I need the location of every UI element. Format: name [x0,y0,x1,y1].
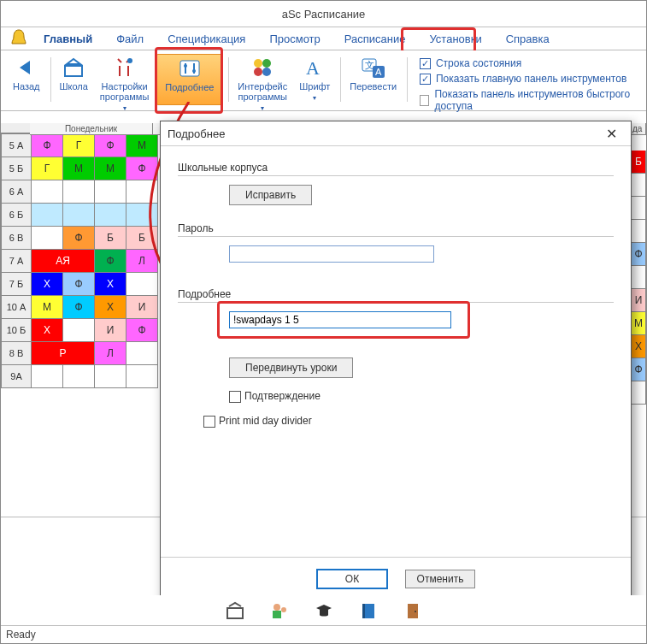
grid-cell[interactable] [63,180,95,204]
ok-button[interactable]: ОК [316,569,388,589]
font-button[interactable]: A Шрифт▾ [294,54,335,105]
grid-cell[interactable] [631,266,646,289]
book-icon[interactable] [359,601,378,620]
grid-cell[interactable]: Х [631,335,646,358]
corner-cell [1,123,31,133]
school-button[interactable]: Школа [54,54,92,105]
grid-cell[interactable]: М [63,157,95,180]
grid-table[interactable]: 5 АФГФМ5 БГММФ6 А6 Б6 ВФББ7 ААЯФЛ7 БХФХ1… [1,133,158,388]
menu-item-файл[interactable]: Файл [104,29,156,49]
svg-point-6 [254,59,262,68]
back-button[interactable]: Назад [8,54,45,105]
password-input[interactable] [229,245,434,263]
grid-cell[interactable] [126,365,158,388]
menu-item-установки[interactable]: Установки [417,29,493,49]
grid-cell[interactable] [631,197,646,220]
menu-item-справка[interactable]: Справка [494,29,562,49]
grid-cell[interactable] [126,204,158,227]
svg-text:A: A [375,67,382,77]
grid-cell[interactable]: Р [32,342,95,365]
grid-cell[interactable]: Ф [631,358,646,381]
shift-lessons-button[interactable]: Передвинуть уроки [229,357,353,378]
main-toolbar-checkbox[interactable]: ✓Показать главную панель инструментов [420,73,639,85]
grid-cell[interactable]: Х [32,273,63,296]
grid-cell[interactable]: М [631,312,646,335]
teacher-icon[interactable] [270,601,289,620]
grid-cell[interactable]: Б [95,227,126,250]
grid-cell[interactable]: М [95,157,126,180]
row-label: 10 Б [2,319,32,342]
grid-cell[interactable]: М [126,134,158,157]
grid-cell[interactable] [95,204,126,227]
grid-cell[interactable] [126,342,158,365]
grid-cell[interactable]: Ф [32,134,63,157]
grid-cell[interactable]: Г [32,157,63,180]
print-mid-day-checkbox[interactable]: Print mid day divider [203,415,312,427]
grid-cell[interactable] [63,204,95,227]
interface-button[interactable]: Интерфейспрограммы ▾ [232,54,292,105]
grid-cell[interactable] [126,273,158,296]
grid-cell[interactable]: Б [126,227,158,250]
grid-cell[interactable]: Ф [95,134,126,157]
grid-cell[interactable] [63,319,95,342]
svg-point-15 [274,604,280,611]
status-text: Ready [6,629,36,641]
grid-cell[interactable]: Г [63,134,95,157]
menu-item-спецификация[interactable]: Спецификация [156,29,257,49]
more-button[interactable]: Подробнее [156,54,223,105]
grid-cell[interactable] [32,180,63,204]
dialog-title: Подробнее [168,127,225,140]
grid-cell[interactable]: Ф [63,273,95,296]
grid-cell[interactable] [63,365,95,388]
grid-cell[interactable]: АЯ [32,250,95,273]
menu-item-просмотр[interactable]: Просмотр [257,29,332,49]
grid-cell[interactable] [32,365,63,388]
grid-cell[interactable]: Б [631,151,646,174]
grid-cell[interactable]: Л [126,250,158,273]
dialog-close-button[interactable]: ✕ [599,124,624,144]
status-line-checkbox[interactable]: ✓Строка состояния [420,57,639,69]
grid-cell[interactable] [95,180,126,204]
menu-item-расписание[interactable]: Расписание [332,29,418,49]
grid-cell[interactable]: И [126,296,158,319]
grid-cell[interactable]: И [631,289,646,312]
quick-toolbar-checkbox[interactable]: Показать панель инструментов быстрого до… [420,88,639,112]
confirmation-checkbox[interactable]: Подтверждение [229,390,321,402]
grid-cell[interactable]: Ф [631,243,646,266]
svg-point-7 [262,59,271,68]
fix-button[interactable]: Исправить [229,185,312,205]
circles-icon [250,56,274,80]
svg-point-21 [415,611,416,612]
cancel-button[interactable]: Отменить [405,570,475,588]
grid-cell[interactable]: Ф [126,157,158,180]
grid-cell[interactable] [32,204,63,227]
row-label: 7 А [2,250,32,273]
grid-cell[interactable]: Х [95,296,126,319]
grid-cell[interactable]: Ф [95,250,126,273]
graduation-cap-icon[interactable] [315,601,333,620]
grid-cell[interactable] [32,227,63,250]
grid-cell[interactable]: Ф [63,296,95,319]
grid-cell[interactable] [95,365,126,388]
grid-cell[interactable]: Ф [63,227,95,250]
grid-cell[interactable]: М [32,296,63,319]
row-label: 9А [2,365,32,388]
grid-cell[interactable]: И [95,319,126,342]
door-icon[interactable] [403,601,422,620]
command-input[interactable] [229,311,451,328]
grid-cell[interactable] [631,381,646,405]
grid-cell[interactable]: Х [32,319,63,342]
translate-button[interactable]: 文A Перевести [344,54,402,105]
grid-cell[interactable] [631,174,646,197]
building-icon[interactable] [226,601,244,620]
grid-cell[interactable]: Х [95,273,126,296]
grid-cell[interactable] [126,180,158,204]
grid-cell[interactable]: Ф [126,319,158,342]
app-logo-icon [6,27,32,50]
grid-cell[interactable] [631,220,646,243]
svg-rect-1 [180,61,199,76]
menu-item-главный[interactable]: Главный [32,29,104,49]
font-icon: A [303,56,326,80]
program-settings-button[interactable]: Настройкипрограммы ▾ [95,54,154,105]
grid-cell[interactable]: Л [95,342,126,365]
